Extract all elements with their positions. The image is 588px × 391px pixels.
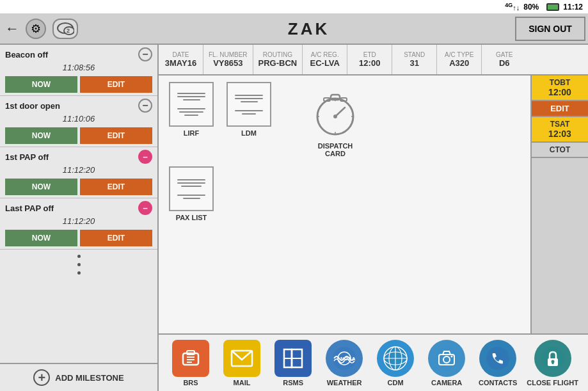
settings-button[interactable]: ⚙ — [26, 19, 46, 39]
cdm-button[interactable]: CDM — [373, 340, 418, 387]
mail-label: MAIL — [234, 379, 251, 387]
fl-number-label: FL. NUMBER — [209, 51, 248, 58]
clock: 11:12 — [563, 3, 583, 12]
ac-type-value: A320 — [449, 58, 469, 68]
milestone-time: 11:12:20 — [0, 164, 157, 176]
dispatch-card[interactable]: DISPATCHCARD — [310, 88, 361, 157]
battery-level: 80% — [523, 3, 539, 12]
ac-type-label: A/C TYPE — [445, 51, 473, 58]
edit-button[interactable]: EDIT — [80, 127, 152, 144]
svg-point-36 — [498, 355, 500, 356]
ldm-doc[interactable]: LDM — [226, 82, 271, 137]
ldm-label: LDM — [241, 129, 257, 137]
svg-point-34 — [451, 355, 453, 357]
pax-list-icon — [169, 166, 214, 211]
milestone-pink-button[interactable]: − — [138, 201, 152, 215]
gate-cell: GATE D6 — [482, 45, 527, 74]
now-button[interactable]: NOW — [5, 230, 77, 246]
milestone-title: 1st PAP off — [5, 152, 49, 162]
brs-button[interactable]: BRS — [168, 340, 213, 387]
back-button[interactable]: ← — [5, 20, 19, 37]
tsat-cell: TSAT 12:03 — [532, 117, 588, 143]
milestone-minus-button[interactable]: − — [138, 99, 152, 113]
right-panel: DATE 3MAY16 FL. NUMBER VY8653 ROUTING PR… — [159, 45, 588, 391]
milestone-1st-door-open: 1st door open − 11:10:06 NOW EDIT — [0, 96, 157, 147]
weather-icon: NOAA — [326, 340, 363, 377]
svg-rect-4 — [331, 95, 340, 100]
flight-info-row: DATE 3MAY16 FL. NUMBER VY8653 ROUTING PR… — [159, 45, 588, 76]
lirf-icon — [169, 82, 214, 127]
contacts-label: CONTACTS — [479, 379, 517, 387]
dispatch-card-label: DISPATCHCARD — [318, 142, 353, 157]
etd-value: 12:00 — [359, 58, 380, 68]
close-flight-button[interactable]: CLOSE FLIGHT — [527, 340, 578, 387]
milestone-time: 11:10:06 — [0, 113, 157, 125]
battery-icon — [543, 3, 559, 11]
svg-point-35 — [486, 347, 509, 370]
dot — [77, 263, 81, 266]
close-flight-label: CLOSE FLIGHT — [527, 379, 578, 387]
date-label: DATE — [173, 51, 189, 58]
milestone-minus-button[interactable]: − — [138, 47, 152, 61]
pax-list-doc[interactable]: PAX LIST — [169, 166, 214, 221]
date-value: 3MAY16 — [165, 58, 196, 68]
main-content: Beacon off − 11:08:56 NOW EDIT 1st door … — [0, 45, 588, 391]
ac-reg-cell: A/C REG. EC-LVA — [303, 45, 347, 74]
rsms-button[interactable]: RSMS — [271, 340, 315, 387]
etd-label: ETD — [363, 51, 376, 58]
docs-dispatch-row: LIRF LDM — [169, 82, 520, 157]
gate-label: GATE — [496, 51, 513, 58]
brs-label: BRS — [183, 379, 198, 387]
fl-number-value: VY8653 — [213, 58, 242, 68]
svg-point-37 — [501, 355, 503, 356]
sign-out-button[interactable]: SIGN OUT — [515, 17, 585, 41]
milestone-time: 11:08:56 — [0, 61, 157, 74]
add-icon: + — [33, 369, 50, 386]
tobt-edit-label: EDIT — [550, 104, 569, 113]
header-bar: ← ⚙ 2 ZAK SIGN OUT — [0, 14, 588, 45]
second-doc-row: PAX LIST — [169, 164, 520, 224]
milestone-title: Beacon off — [5, 50, 48, 60]
routing-value: PRG-BCN — [258, 58, 298, 68]
tobt-edit-cell[interactable]: EDIT — [532, 101, 588, 117]
svg-point-38 — [498, 357, 500, 359]
flight-number-cell: FL. NUMBER VY8653 — [203, 45, 253, 74]
etd-cell: ETD 12:00 — [347, 45, 392, 74]
contacts-icon — [479, 340, 516, 377]
mail-button[interactable]: MAIL — [219, 340, 264, 387]
lirf-doc[interactable]: LIRF — [169, 82, 214, 137]
milestone-title: Last PAP off — [5, 203, 54, 213]
svg-text:NOAA: NOAA — [340, 356, 356, 362]
ldm-icon — [226, 82, 271, 127]
camera-label: CAMERA — [431, 379, 462, 387]
flight-id: ZAK — [102, 19, 515, 39]
weather-button[interactable]: NOAA WEATHER — [322, 340, 367, 387]
now-button[interactable]: NOW — [5, 179, 77, 195]
brs-icon — [172, 340, 209, 377]
milestone-pink-button[interactable]: − — [138, 150, 152, 164]
milestone-last-pap-off: Last PAP off − 11:12:20 NOW EDIT — [0, 198, 157, 250]
camera-button[interactable]: CAMERA — [424, 340, 469, 387]
edit-button[interactable]: EDIT — [80, 76, 152, 93]
svg-point-8 — [333, 115, 337, 118]
status-bar: 4G↑↓ 80% 11:12 — [0, 0, 588, 14]
rsms-label: RSMS — [283, 379, 303, 387]
chat-button[interactable]: 2 — [52, 19, 78, 39]
ac-reg-value: EC-LVA — [310, 58, 340, 68]
pax-list-label: PAX LIST — [176, 214, 207, 221]
ctot-value-cell — [532, 158, 588, 333]
signal-icon: 4G↑↓ — [505, 2, 520, 12]
stand-label: STAND — [404, 51, 425, 58]
contacts-button[interactable]: CONTACTS — [475, 340, 520, 387]
milestone-1st-pap-off: 1st PAP off − 11:12:20 NOW EDIT — [0, 147, 157, 198]
now-button[interactable]: NOW — [5, 76, 77, 93]
edit-button[interactable]: EDIT — [80, 179, 152, 195]
rsms-icon — [274, 340, 312, 377]
now-button[interactable]: NOW — [5, 127, 77, 144]
edit-button[interactable]: EDIT — [80, 230, 152, 246]
ac-type-cell: A/C TYPE A320 — [437, 45, 482, 74]
add-milestone-label: ADD MILESTONE — [55, 373, 123, 383]
add-milestone-button[interactable]: + ADD MILESTONE — [0, 363, 157, 391]
milestone-beacon-off: Beacon off − 11:08:56 NOW EDIT — [0, 45, 157, 96]
center-main: LIRF LDM — [159, 76, 588, 333]
